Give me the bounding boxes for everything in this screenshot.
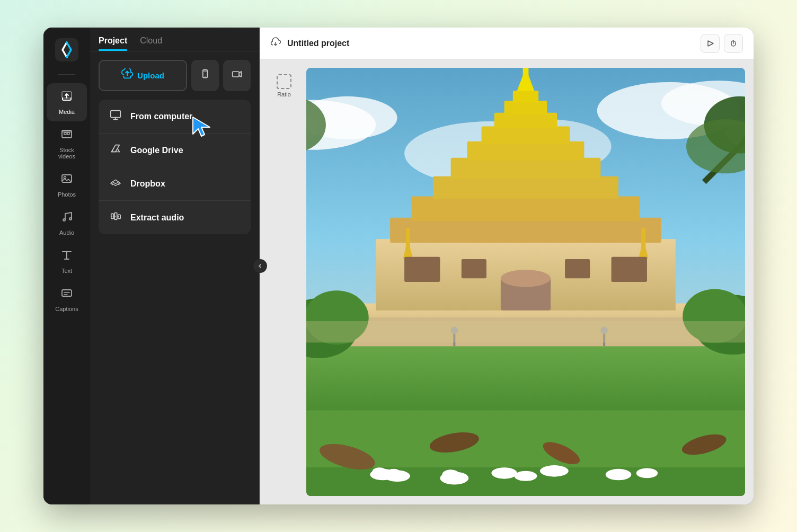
sidebar-captions-label: Captions xyxy=(55,306,78,312)
ratio-button[interactable]: Ratio xyxy=(268,70,300,102)
svg-rect-54 xyxy=(494,113,557,129)
preview-image xyxy=(306,68,745,496)
from-computer-label: From computer xyxy=(130,112,192,121)
svg-rect-53 xyxy=(482,126,570,144)
ratio-panel: Ratio xyxy=(268,68,300,496)
project-title: Untitled project xyxy=(287,39,694,48)
svg-point-87 xyxy=(386,469,401,477)
upload-cloud-icon xyxy=(121,68,133,83)
mobile-icon xyxy=(200,69,210,82)
media-icon xyxy=(60,90,73,105)
svg-rect-3 xyxy=(64,132,66,135)
sidebar-item-stock-videos[interactable]: Stockvideos xyxy=(43,121,90,166)
svg-rect-50 xyxy=(433,176,618,199)
sidebar-photos-label: Photos xyxy=(58,191,76,198)
sidebar-item-photos[interactable]: Photos xyxy=(43,166,90,204)
svg-point-9 xyxy=(69,218,72,220)
monitor-icon xyxy=(109,109,122,123)
sidebar-stock-label: Stockvideos xyxy=(58,147,75,159)
preview-area: Ratio xyxy=(260,59,754,504)
ratio-label: Ratio xyxy=(277,91,291,97)
svg-rect-16 xyxy=(233,72,240,77)
svg-rect-51 xyxy=(451,158,601,179)
dropdown-item-from-computer[interactable]: From computer xyxy=(99,100,251,133)
dropbox-label: Dropbox xyxy=(130,179,165,189)
svg-rect-49 xyxy=(412,196,640,221)
svg-rect-2 xyxy=(62,130,72,138)
svg-rect-66 xyxy=(612,257,647,282)
dropdown-item-extract-audio[interactable]: Extract audio xyxy=(99,201,251,234)
sidebar-divider xyxy=(58,74,75,75)
sidebar-media-label: Media xyxy=(59,109,75,115)
google-drive-icon xyxy=(109,143,122,157)
svg-rect-56 xyxy=(513,91,538,103)
video-icon xyxy=(232,69,242,82)
captions-icon xyxy=(60,287,73,303)
app-logo[interactable] xyxy=(55,38,78,64)
svg-point-7 xyxy=(64,176,66,179)
play-button[interactable] xyxy=(701,34,720,53)
upload-button[interactable]: Upload xyxy=(99,60,187,91)
sidebar-item-text[interactable]: Text xyxy=(43,242,90,280)
dropbox-icon xyxy=(109,176,122,191)
text-icon xyxy=(60,249,73,264)
sidebar-item-audio[interactable]: Audio xyxy=(43,204,90,242)
photos-icon xyxy=(60,172,73,188)
svg-point-64 xyxy=(501,270,551,287)
sidebar-text-label: Text xyxy=(61,268,72,274)
top-bar-actions xyxy=(701,34,743,53)
upload-area: Upload xyxy=(90,51,259,100)
preview-image-container xyxy=(306,68,745,496)
hand-tool-button[interactable] xyxy=(724,34,743,53)
panel-tabs: Project Cloud xyxy=(90,28,259,51)
svg-rect-10 xyxy=(62,290,72,296)
stock-videos-icon xyxy=(60,128,73,144)
dropdown-item-dropbox[interactable]: Dropbox xyxy=(99,167,251,200)
extract-audio-icon xyxy=(109,210,122,225)
main-content: Untitled project Rat xyxy=(260,28,754,504)
svg-point-92 xyxy=(540,465,569,477)
panel-collapse-button[interactable] xyxy=(253,259,267,273)
tab-project[interactable]: Project xyxy=(99,36,127,51)
top-bar: Untitled project xyxy=(260,28,754,59)
sidebar-item-captions[interactable]: Captions xyxy=(43,280,90,318)
svg-rect-67 xyxy=(462,259,486,278)
svg-rect-4 xyxy=(67,132,69,135)
google-drive-label: Google Drive xyxy=(130,146,183,155)
svg-point-85 xyxy=(372,467,386,476)
svg-point-90 xyxy=(491,467,517,479)
media-panel: Project Cloud Upload xyxy=(90,28,260,504)
svg-rect-62 xyxy=(641,228,645,250)
svg-rect-17 xyxy=(111,111,120,118)
svg-point-14 xyxy=(205,76,206,77)
sidebar-item-media[interactable]: Media xyxy=(47,83,87,121)
extract-audio-label: Extract audio xyxy=(130,213,184,223)
svg-point-94 xyxy=(636,468,658,478)
svg-point-8 xyxy=(63,219,65,221)
svg-rect-48 xyxy=(390,218,661,243)
ratio-icon xyxy=(277,74,291,89)
svg-rect-95 xyxy=(306,321,745,342)
dropdown-item-google-drive[interactable]: Google Drive xyxy=(99,134,251,167)
upload-dropdown-menu: From computer Google Drive xyxy=(99,100,251,234)
svg-rect-52 xyxy=(467,141,585,161)
svg-point-91 xyxy=(514,471,537,481)
tab-cloud[interactable]: Cloud xyxy=(140,36,162,51)
video-upload-button[interactable] xyxy=(223,60,251,91)
upload-button-label: Upload xyxy=(137,71,164,80)
audio-icon xyxy=(60,210,73,226)
svg-rect-65 xyxy=(404,257,440,282)
sidebar-audio-label: Audio xyxy=(59,229,74,236)
svg-point-89 xyxy=(442,469,459,480)
save-cloud-icon xyxy=(270,37,281,50)
mobile-upload-button[interactable] xyxy=(191,60,219,91)
svg-rect-60 xyxy=(406,228,410,250)
svg-rect-58 xyxy=(523,68,529,91)
svg-point-93 xyxy=(606,469,631,481)
sidebar: Media Stockvideos xyxy=(43,28,90,504)
svg-rect-68 xyxy=(565,259,590,278)
